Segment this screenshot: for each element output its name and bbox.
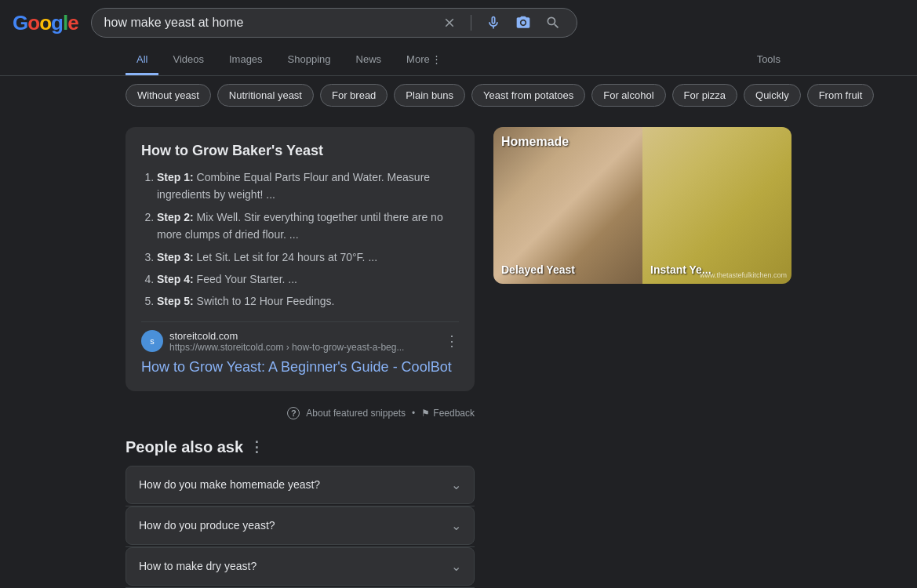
step-2-text: Mix Well. Stir everything together until… — [157, 211, 443, 241]
source-more-button[interactable]: ⋮ — [445, 332, 459, 350]
feedback-flag-link[interactable]: ⚑ Feedback — [421, 408, 475, 419]
more-dots-icon: ⋮ — [431, 53, 442, 65]
image-watermark: www.thetastefulkitchen.com — [700, 271, 787, 279]
clear-search-button[interactable] — [439, 16, 460, 30]
search-bar — [91, 8, 577, 38]
chip-plain-buns[interactable]: Plain buns — [394, 84, 465, 107]
step-2: Step 2: Mix Well. Stir everything togeth… — [157, 209, 459, 244]
tab-shopping[interactable]: Shopping — [277, 45, 342, 75]
dot-separator: • — [412, 408, 415, 419]
people-also-ask-section: People also ask ⋮ How do you make homema… — [126, 438, 475, 588]
more-label: More — [406, 53, 430, 65]
header: Google — [0, 0, 917, 45]
step-4: Step 4: Feed Your Starter. ... — [157, 270, 459, 288]
paa-question-3: How to make dry yeast? — [139, 560, 257, 572]
step-3-text: Let Sit. Let sit for 24 hours at 70°F. .… — [197, 251, 378, 263]
paa-item-3: How to make dry yeast? ⌄ — [126, 547, 475, 586]
chip-for-pizza[interactable]: For pizza — [672, 84, 737, 107]
step-5-text: Switch to 12 Hour Feedings. — [197, 295, 335, 307]
tab-videos[interactable]: Videos — [162, 45, 215, 75]
chevron-down-icon-2: ⌄ — [451, 518, 461, 533]
image-card: Homemade Delayed Yeast Instant Ye... www… — [493, 127, 791, 284]
step-1-bold: Step 1: — [157, 171, 194, 183]
featured-snippet: How to Grow Baker's Yeast Step 1: Combin… — [126, 127, 475, 391]
about-snippets-link[interactable]: About featured snippets — [306, 408, 406, 419]
about-snippets: ? About featured snippets • ⚑ Feedback — [126, 401, 475, 426]
step-4-bold: Step 4: — [157, 273, 194, 285]
chip-nutritional-yeast[interactable]: Nutritional yeast — [217, 84, 314, 107]
paa-question-2: How do you produce yeast? — [139, 519, 275, 532]
main-content: How to Grow Baker's Yeast Step 1: Combin… — [0, 114, 917, 588]
question-icon: ? — [287, 407, 300, 419]
paa-item-3-header[interactable]: How to make dry yeast? ⌄ — [126, 548, 474, 585]
google-search-button[interactable] — [542, 15, 564, 31]
tab-news[interactable]: News — [345, 45, 393, 75]
search-icon — [545, 15, 561, 31]
step-1: Step 1: Combine Equal Parts Flour and Wa… — [157, 169, 459, 204]
tab-tools[interactable]: Tools — [746, 45, 791, 75]
paa-item-1-header[interactable]: How do you make homemade yeast? ⌄ — [126, 466, 474, 503]
chevron-down-icon-3: ⌄ — [451, 559, 461, 574]
snippet-steps: Step 1: Combine Equal Parts Flour and Wa… — [141, 169, 459, 310]
step-1-text: Combine Equal Parts Flour and Water. Mea… — [157, 171, 430, 201]
chip-from-fruit[interactable]: From fruit — [807, 84, 875, 107]
snippet-title: How to Grow Baker's Yeast — [141, 143, 459, 159]
image-left-panel: Homemade Delayed Yeast — [493, 127, 642, 284]
filter-chips: Without yeast Nutritional yeast For brea… — [0, 76, 917, 114]
step-3-bold: Step 3: — [157, 251, 194, 263]
google-logo: Google — [13, 11, 78, 35]
nav-tabs: All Videos Images Shopping News More ⋮ T… — [0, 45, 917, 76]
chevron-down-icon-1: ⌄ — [451, 477, 461, 492]
paa-question-1: How do you make homemade yeast? — [139, 478, 320, 491]
source-favicon: s — [141, 330, 163, 352]
source-result-link[interactable]: How to Grow Yeast: A Beginner's Guide - … — [141, 359, 459, 376]
image-search-button[interactable] — [512, 15, 534, 31]
chip-for-alcohol[interactable]: For alcohol — [591, 84, 665, 107]
chip-without-yeast[interactable]: Without yeast — [126, 84, 211, 107]
image-label-delayed-yeast: Delayed Yeast — [501, 263, 635, 276]
step-3: Step 3: Let Sit. Let sit for 24 hours at… — [157, 249, 459, 266]
image-placeholder: Homemade Delayed Yeast Instant Ye... www… — [493, 127, 791, 284]
image-right-panel: Instant Ye... www.thetastefulkitchen.com — [642, 127, 791, 284]
camera-icon — [515, 15, 531, 31]
step-4-text: Feed Your Starter. ... — [197, 273, 297, 285]
search-input[interactable] — [104, 16, 431, 30]
chip-for-bread[interactable]: For bread — [320, 84, 388, 107]
feedback-label: Feedback — [433, 408, 475, 419]
image-label-homemade: Homemade — [501, 135, 635, 149]
paa-item-2: How do you produce yeast? ⌄ — [126, 506, 475, 545]
paa-item-1: How do you make homemade yeast? ⌄ — [126, 466, 475, 504]
paa-title: People also ask ⋮ — [126, 438, 475, 456]
paa-more-icon[interactable]: ⋮ — [249, 438, 264, 456]
step-5-bold: Step 5: — [157, 295, 194, 307]
flag-icon: ⚑ — [421, 408, 430, 419]
step-2-bold: Step 2: — [157, 211, 194, 223]
close-icon — [442, 16, 457, 30]
paa-item-2-header[interactable]: How do you produce yeast? ⌄ — [126, 507, 474, 544]
step-5: Step 5: Switch to 12 Hour Feedings. — [157, 292, 459, 310]
search-divider — [471, 15, 471, 31]
source-name: storeitcold.com — [169, 330, 438, 342]
source-info: storeitcold.com https://www.storeitcold.… — [169, 330, 438, 353]
microphone-icon — [486, 15, 501, 31]
right-column: Homemade Delayed Yeast Instant Ye... www… — [493, 127, 791, 588]
tab-all[interactable]: All — [126, 45, 158, 75]
source-link: s storeitcold.com https://www.storeitcol… — [141, 321, 459, 353]
paa-title-text: People also ask — [126, 438, 243, 456]
voice-search-button[interactable] — [482, 15, 504, 31]
chip-quickly[interactable]: Quickly — [744, 84, 801, 107]
chip-yeast-from-potatoes[interactable]: Yeast from potatoes — [471, 84, 585, 107]
tab-images[interactable]: Images — [218, 45, 274, 75]
left-column: How to Grow Baker's Yeast Step 1: Combin… — [126, 127, 475, 588]
source-url: https://www.storeitcold.com › how-to-gro… — [169, 342, 438, 353]
tab-more[interactable]: More ⋮ — [395, 45, 453, 75]
